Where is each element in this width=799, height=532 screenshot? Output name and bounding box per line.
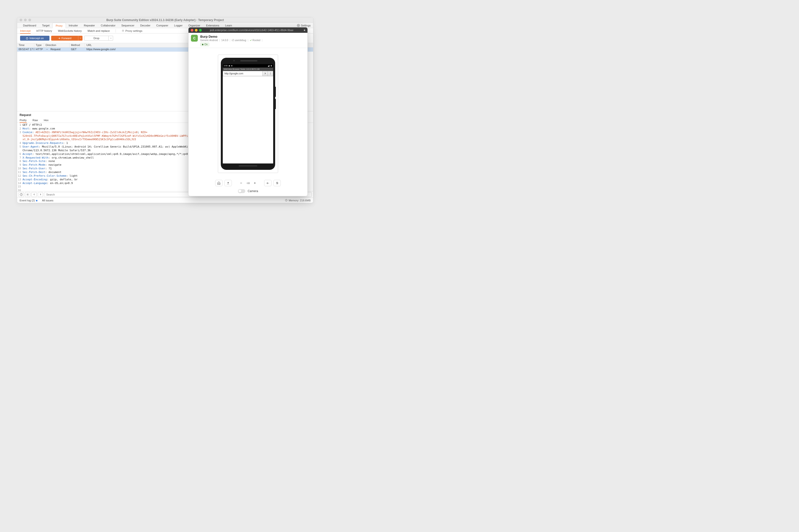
forward-dropdown[interactable] xyxy=(78,36,82,41)
intercept-label: Intercept on xyxy=(30,37,43,40)
sub-tab-match-and-replace[interactable]: Match and replace xyxy=(88,28,110,34)
forward-label: Forward xyxy=(61,37,71,40)
event-log-link[interactable]: Event log (2) xyxy=(20,199,37,202)
plus-icon xyxy=(253,182,256,185)
main-tab-sequencer[interactable]: Sequencer xyxy=(118,23,137,28)
lock-icon xyxy=(302,29,308,31)
camera-row: Camera xyxy=(188,187,308,196)
req-tab-pretty[interactable]: Pretty xyxy=(20,118,27,122)
corel-traffic-lights xyxy=(188,29,202,32)
cell-type: HTTP xyxy=(34,48,44,52)
req-tab-raw[interactable]: Raw xyxy=(33,118,38,122)
main-tab-collaborator[interactable]: Collaborator xyxy=(98,23,118,28)
camera-toggle[interactable] xyxy=(238,189,245,193)
gear-icon xyxy=(122,30,124,32)
corel-header: C Burp Demo Generic Android| 14.0.0| r2 … xyxy=(188,33,308,48)
device-status-badge: On xyxy=(200,42,209,46)
main-tab-target[interactable]: Target xyxy=(39,23,53,28)
svg-point-16 xyxy=(270,72,271,73)
minus-icon xyxy=(240,182,243,185)
fingerprint-icon xyxy=(275,181,279,185)
url-bar: http://google.com xyxy=(223,71,273,76)
volume-down-button[interactable] xyxy=(239,180,244,186)
traffic-close-icon[interactable] xyxy=(191,29,193,32)
drop-button[interactable]: Drop xyxy=(84,36,109,41)
webview-bar: WebView Browser Tester 113.0.5672.136 xyxy=(223,68,273,71)
traffic-min-icon[interactable] xyxy=(195,29,198,32)
chevron-down-icon xyxy=(79,37,81,39)
volume-icon xyxy=(246,182,250,185)
svg-rect-15 xyxy=(271,65,271,65)
traffic-max-icon[interactable] xyxy=(199,29,202,32)
intercept-toggle-button[interactable]: Intercept on xyxy=(20,36,50,41)
main-tab-intruder[interactable]: Intruder xyxy=(66,23,81,28)
device-avatar: C xyxy=(191,35,198,42)
burp-titlebar: Burp Suite Community Edition v2024.11.1-… xyxy=(17,17,313,23)
notification-dot-icon xyxy=(36,200,37,202)
main-tab-proxy[interactable]: Proxy xyxy=(52,23,66,28)
prev-button[interactable] xyxy=(31,192,37,197)
phone-screen[interactable]: 2:53 WebView Browser Tester 113.0.5672.1… xyxy=(223,64,273,164)
next-button[interactable] xyxy=(38,192,43,197)
svg-point-0 xyxy=(298,25,299,26)
svg-rect-9 xyxy=(304,30,305,31)
device-meta: Generic Android| 14.0.0| r2 userdebug| R… xyxy=(200,39,262,42)
main-tab-repeater[interactable]: Repeater xyxy=(81,23,98,28)
status-bar: Event log (2) All issues Memory: 218.6MB xyxy=(17,197,313,203)
phone-speaker-icon xyxy=(240,60,258,61)
all-issues-link[interactable]: All issues xyxy=(42,199,53,202)
main-tab-comparer[interactable]: Comparer xyxy=(153,23,171,28)
config-button[interactable] xyxy=(25,192,30,197)
svg-point-17 xyxy=(270,73,271,74)
back-button[interactable] xyxy=(264,180,272,186)
svg-rect-10 xyxy=(229,65,230,66)
volume-icon-button[interactable] xyxy=(245,180,250,186)
power-icon xyxy=(26,37,29,40)
webview-content[interactable] xyxy=(223,76,273,164)
upload-icon xyxy=(226,181,230,185)
device-controls xyxy=(188,178,308,187)
main-tab-dashboard[interactable]: Dashboard xyxy=(20,23,39,28)
volume-up-button[interactable] xyxy=(253,180,257,186)
device-stage: 2:53 WebView Browser Tester 113.0.5672.1… xyxy=(188,48,308,178)
corel-titlebar: jedi.enterprise.corellium.com/devices/d1… xyxy=(188,27,308,33)
sub-tab-websockets-history[interactable]: WebSockets history xyxy=(58,28,82,34)
arrow-left-icon xyxy=(266,182,270,185)
grid-col-method[interactable]: Method xyxy=(70,43,85,47)
home-pill-icon xyxy=(239,166,257,166)
grid-col-type[interactable]: Type xyxy=(34,43,44,47)
url-menu-button[interactable] xyxy=(268,71,273,76)
drop-dropdown[interactable] xyxy=(109,36,113,41)
forward-button[interactable]: Forward xyxy=(51,36,78,41)
snapshot-button[interactable] xyxy=(224,180,232,186)
window-title: Burp Suite Community Edition v2024.11.1-… xyxy=(17,18,313,22)
main-tab-decoder[interactable]: Decoder xyxy=(137,23,153,28)
sub-tab-intercept[interactable]: Intercept xyxy=(20,28,31,34)
req-tab-hex[interactable]: Hex xyxy=(44,118,49,122)
arrow-right-icon xyxy=(58,37,60,40)
check-icon xyxy=(250,39,252,41)
home-button[interactable] xyxy=(215,180,223,186)
phone-side-button xyxy=(275,99,276,109)
phone-side-button xyxy=(275,87,276,97)
svg-rect-14 xyxy=(271,65,272,66)
grid-col-time[interactable]: Time xyxy=(17,43,34,47)
arrow-right-icon xyxy=(39,193,42,196)
battery-icon xyxy=(270,65,272,67)
home-icon xyxy=(217,181,221,185)
fingerprint-button[interactable] xyxy=(274,180,281,186)
device-title: Burp Demo xyxy=(200,35,262,38)
memory-indicator: Memory: 218.6MB xyxy=(285,199,311,202)
phone-mock[interactable]: 2:53 WebView Browser Tester 113.0.5672.1… xyxy=(221,58,275,170)
help-button[interactable] xyxy=(19,192,24,197)
url-go-button[interactable] xyxy=(262,71,268,76)
grid-col-direction[interactable]: Direction xyxy=(44,43,70,47)
url-input[interactable]: http://google.com xyxy=(223,71,262,76)
dot-icon xyxy=(231,65,233,66)
main-tab-logger[interactable]: Logger xyxy=(171,23,185,28)
sub-tab-http-history[interactable]: HTTP history xyxy=(36,28,52,34)
proxy-settings-link[interactable]: Proxy settings xyxy=(122,30,142,32)
svg-point-13 xyxy=(231,65,232,66)
chevron-down-icon xyxy=(110,37,112,39)
phone-camera-icon xyxy=(233,60,235,61)
